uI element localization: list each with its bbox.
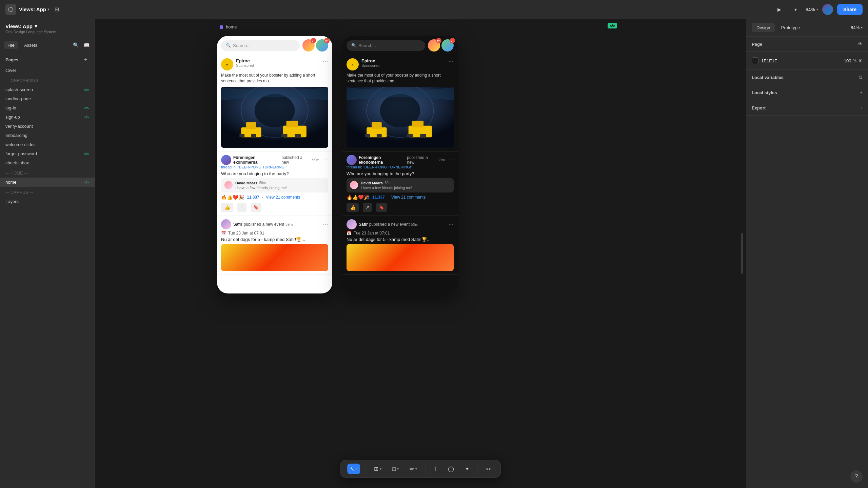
mine-scene-dark xyxy=(347,87,454,148)
ai-tool[interactable]: ✦ xyxy=(462,464,472,474)
right-sidebar-controls: 84% ▾ xyxy=(851,25,863,30)
event-menu-light[interactable]: ⋯ xyxy=(323,221,328,227)
page-item-verify-account[interactable]: verify-account xyxy=(0,122,95,131)
code-tool[interactable]: <> xyxy=(483,464,494,473)
page-eye-icon[interactable]: 👁 xyxy=(858,41,863,47)
company-avatar-light: E xyxy=(221,58,233,70)
page-color-row: 1E1E1E 100 % 👁 xyxy=(752,57,863,64)
bookmark-button-dark[interactable]: 🔖 xyxy=(376,203,387,212)
thread-link-light[interactable]: thread in: "BEER-PONG TURNERING!" xyxy=(221,165,328,169)
post-menu-light[interactable]: ⋯ xyxy=(323,58,328,65)
phones-container: 🔍 Search... 9+ 9+ E xyxy=(95,19,468,304)
share-button-light[interactable]: ↗ xyxy=(237,203,246,212)
tab-prototype[interactable]: Prototype xyxy=(776,23,805,32)
chevron-down-icon[interactable]: ▾ xyxy=(47,7,49,11)
add-page-button[interactable]: + xyxy=(82,56,89,63)
thread-link-dark[interactable]: thread in: "BEER-PONG TURNERING!" xyxy=(347,165,454,169)
sidebar-app-title: Views: App ▾ xyxy=(5,23,89,29)
page-item-landing-page[interactable]: landing-page xyxy=(0,94,95,103)
page-item-layers[interactable]: Layers xyxy=(0,197,95,206)
page-item-sign-up[interactable]: sign-up</> xyxy=(0,113,95,122)
reactions-row-light: 🔥👍❤️🎉 11,337 · View 21 comments xyxy=(221,195,328,200)
event-title-light: Nu är det dags för 5 - kamp med Safir!🏆.… xyxy=(221,237,328,242)
svg-rect-9 xyxy=(281,134,288,137)
page-item-log-in[interactable]: log-in</> xyxy=(0,103,95,113)
post-menu-dark[interactable]: ⋯ xyxy=(448,58,454,65)
local-styles-section: Local styles + xyxy=(746,85,868,100)
calendar-icon-dark: 📅 xyxy=(347,231,352,236)
view-comments-dark[interactable]: View 21 comments xyxy=(391,195,426,200)
local-variables-icon[interactable]: ⇅ xyxy=(859,75,863,80)
search-icon[interactable]: 🔍 xyxy=(72,41,80,49)
frame-tool-chevron-icon: ▾ xyxy=(380,467,381,471)
event-menu-dark[interactable]: ⋯ xyxy=(448,221,454,227)
tab-file[interactable]: File xyxy=(4,41,18,49)
page-item-cover[interactable]: cover xyxy=(0,66,95,75)
tab-assets[interactable]: Assets xyxy=(21,41,41,49)
bookmark-button-light[interactable]: 🔖 xyxy=(251,203,261,212)
share-button-dark[interactable]: ↗ xyxy=(363,203,372,212)
zoom-chevron-icon: ▾ xyxy=(861,26,863,29)
frame-tool[interactable]: ⊞ ▾ xyxy=(371,464,384,474)
avatar-2-light[interactable]: 9+ xyxy=(316,39,328,52)
avatar-1-dark[interactable]: 9+ xyxy=(428,39,440,52)
pen-tool[interactable]: ✏ ▾ xyxy=(407,464,420,474)
topbar-left: ⬡ Views: App ▾ ⊞ xyxy=(5,4,61,15)
right-sidebar-tabs: Design Prototype xyxy=(752,23,847,32)
event-date-dark: 📅 Tue 23 Jan at 07:01 xyxy=(347,231,454,236)
code-tag: </> xyxy=(608,23,617,28)
zoom-control[interactable]: 84% ▾ xyxy=(806,7,818,12)
page-item-check-inbox[interactable]: check-inbox xyxy=(0,158,95,167)
page-item-onboarding[interactable]: onboarding xyxy=(0,131,95,140)
reaction-count-dark[interactable]: 11,337 xyxy=(372,195,385,200)
zoom-control-right[interactable]: 84% ▾ xyxy=(851,25,863,30)
opacity-eye-icon[interactable]: 👁 xyxy=(858,58,863,63)
search-input-light[interactable]: 🔍 Search... xyxy=(221,40,300,51)
scroll-indicator[interactable] xyxy=(741,233,743,274)
user-avatar[interactable]: 👤 xyxy=(822,4,833,15)
like-button-light[interactable]: 👍 xyxy=(221,203,233,212)
mine-svg-dark xyxy=(347,87,454,148)
svg-rect-4 xyxy=(246,122,256,129)
select-tool[interactable]: ↖ ▾ xyxy=(347,464,360,474)
like-button-dark[interactable]: 👍 xyxy=(347,203,359,212)
text-tool[interactable]: T xyxy=(431,464,440,474)
phone-search-bar-dark: 🔍 Search... 9+ 9+ xyxy=(342,36,458,55)
layout-icon[interactable]: ⊞ xyxy=(52,5,61,14)
thread-post-dark: Föreningen ekonomerna published a new 59… xyxy=(342,151,458,216)
event-image-light xyxy=(221,244,328,271)
mine-scene-light xyxy=(221,87,328,148)
tab-design[interactable]: Design xyxy=(752,23,775,32)
help-button[interactable]: ? xyxy=(850,470,863,483)
book-icon[interactable]: 📖 xyxy=(82,41,91,49)
page-section-onboarding: --- ONBOARDING --- xyxy=(0,75,95,85)
avatar-group-light: 9+ 9+ xyxy=(302,39,328,52)
avatar-1-light[interactable]: 9+ xyxy=(302,39,315,52)
bottom-toolbar: ↖ ▾ ⊞ ▾ □ ▾ ✏ ▾ T ◯ ✦ xyxy=(340,460,501,478)
ellipse-tool[interactable]: ◯ xyxy=(445,464,457,474)
search-input-dark[interactable]: 🔍 Search... xyxy=(347,40,425,51)
sidebar-chevron-icon[interactable]: ▾ xyxy=(35,23,37,29)
export-section: Export + xyxy=(746,100,868,116)
action-row-dark: 👍 ↗ 🔖 xyxy=(347,203,454,212)
reaction-count-light[interactable]: 11,337 xyxy=(247,195,259,200)
view-comments-light[interactable]: View 21 comments xyxy=(266,195,300,200)
page-item-splash-screen[interactable]: splash-screen</> xyxy=(0,85,95,94)
color-preview[interactable] xyxy=(752,57,758,64)
thread-menu-dark[interactable]: ⋯ xyxy=(448,157,454,163)
page-item-forgot-password[interactable]: forgot-password</> xyxy=(0,149,95,158)
comment-text-dark: I have a few friends joining me! xyxy=(361,186,450,190)
page-item-welcome-slides[interactable]: welcome-slides xyxy=(0,140,95,149)
page-item-home[interactable]: home</> xyxy=(0,178,95,187)
share-button[interactable]: Share xyxy=(837,4,863,15)
thread-menu-light[interactable]: ⋯ xyxy=(323,157,328,163)
avatar-2-dark[interactable]: 9+ xyxy=(441,39,454,52)
select-tool-chevron-icon: ▾ xyxy=(356,467,357,471)
play-button[interactable]: ▶ xyxy=(773,3,785,16)
sidebar-subtitle: Orbi Design Language System xyxy=(5,30,89,34)
export-add-icon[interactable]: + xyxy=(860,105,863,110)
shape-tool[interactable]: □ ▾ xyxy=(390,464,401,474)
local-styles-add-icon[interactable]: + xyxy=(860,90,863,95)
chevron-down-icon[interactable]: ▾ xyxy=(789,3,802,16)
calendar-icon-light: 📅 xyxy=(221,231,226,236)
